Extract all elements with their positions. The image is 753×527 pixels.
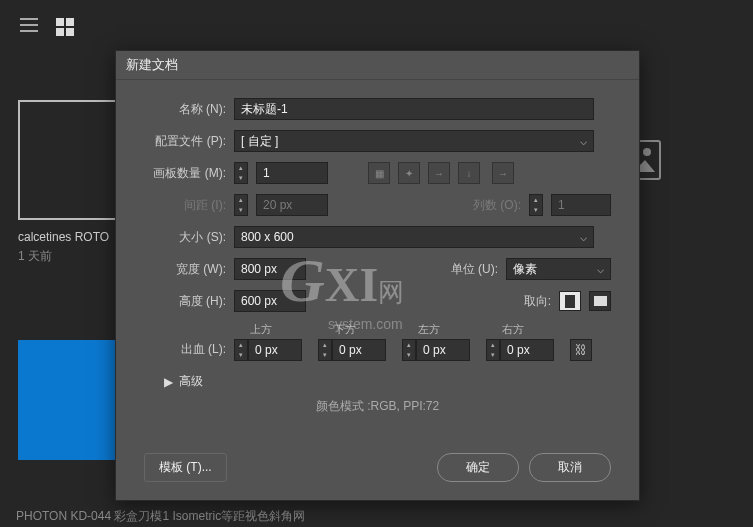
spinner: ▴▾ — [529, 194, 543, 216]
landscape-icon[interactable] — [589, 291, 611, 311]
arrow-right-icon[interactable]: → — [428, 162, 450, 184]
spinner[interactable]: ▴▾ — [234, 339, 248, 361]
bleed-left-label: 左方 — [402, 322, 470, 337]
arrow-down-icon[interactable]: ↓ — [458, 162, 480, 184]
portrait-icon[interactable] — [559, 291, 581, 311]
bleed-bottom-label: 下方 — [318, 322, 386, 337]
template-button[interactable]: 模板 (T)... — [144, 453, 227, 482]
spacing-input — [256, 194, 328, 216]
cols-label: 列数 (O): — [473, 197, 521, 214]
new-document-dialog: 新建文档 名称 (N): 配置文件 (P): [ 自定 ] ⌵ 画板数量 (M)… — [115, 50, 640, 501]
artboards-label: 画板数量 (M): — [144, 165, 226, 182]
height-label: 高度 (H): — [144, 293, 226, 310]
cancel-button[interactable]: 取消 — [529, 453, 611, 482]
size-select[interactable]: 800 x 600 ⌵ — [234, 226, 594, 248]
svg-point-1 — [643, 148, 651, 156]
chevron-down-icon: ⌵ — [597, 262, 604, 276]
bleed-label: 出血 (L): — [144, 341, 226, 361]
bleed-bottom-input[interactable] — [332, 339, 386, 361]
size-label: 大小 (S): — [144, 229, 226, 246]
arrange-icon[interactable]: ✦ — [398, 162, 420, 184]
spinner[interactable]: ▴▾ — [486, 339, 500, 361]
name-label: 名称 (N): — [144, 101, 226, 118]
chevron-down-icon: ⌵ — [580, 230, 587, 244]
bleed-top-input[interactable] — [248, 339, 302, 361]
artboards-input[interactable] — [256, 162, 328, 184]
chevron-down-icon: ⌵ — [580, 134, 587, 148]
grid-view-icon[interactable] — [56, 18, 74, 36]
bleed-top-label: 上方 — [234, 322, 302, 337]
grid-row-icon[interactable]: ▦ — [368, 162, 390, 184]
hamburger-icon[interactable] — [20, 18, 38, 36]
orient-label: 取向: — [524, 293, 551, 310]
spinner[interactable]: ▴▾ — [318, 339, 332, 361]
units-label: 单位 (U): — [451, 261, 498, 278]
topbar — [0, 0, 753, 54]
profile-label: 配置文件 (P): — [144, 133, 226, 150]
units-select[interactable]: 像素 ⌵ — [506, 258, 611, 280]
spacing-label: 间距 (I): — [144, 197, 226, 214]
arrow-ltr-icon[interactable]: → — [492, 162, 514, 184]
bottom-labels: PHOTON KD-044 彩盒刀模1 Isometric等距视色斜角网 — [16, 508, 305, 525]
ok-button[interactable]: 确定 — [437, 453, 519, 482]
profile-select[interactable]: [ 自定 ] ⌵ — [234, 130, 594, 152]
link-icon[interactable]: ⛓ — [570, 339, 592, 361]
name-input[interactable] — [234, 98, 594, 120]
spinner[interactable]: ▴▾ — [234, 162, 248, 184]
bleed-right-label: 右方 — [486, 322, 554, 337]
bleed-right-input[interactable] — [500, 339, 554, 361]
advanced-toggle[interactable]: ▶ 高级 — [164, 373, 611, 390]
height-input[interactable] — [234, 290, 306, 312]
dialog-title: 新建文档 — [116, 51, 639, 80]
bleed-left-input[interactable] — [416, 339, 470, 361]
width-label: 宽度 (W): — [144, 261, 226, 278]
cols-input — [551, 194, 611, 216]
triangle-right-icon: ▶ — [164, 375, 173, 389]
spinner: ▴▾ — [234, 194, 248, 216]
spinner[interactable]: ▴▾ — [402, 339, 416, 361]
width-input[interactable] — [234, 258, 306, 280]
color-mode-text: 颜色模式 :RGB, PPI:72 — [144, 398, 611, 415]
